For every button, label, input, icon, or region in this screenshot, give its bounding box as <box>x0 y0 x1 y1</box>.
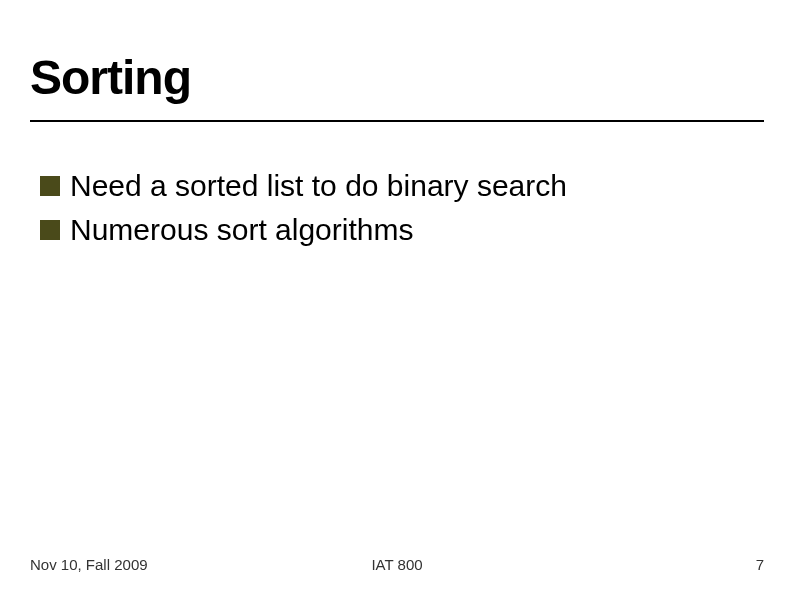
slide-footer: Nov 10, Fall 2009 IAT 800 7 <box>30 556 764 573</box>
bullet-list: Need a sorted list to do binary search N… <box>40 168 567 256</box>
list-item: Numerous sort algorithms <box>40 212 567 248</box>
bullet-text: Need a sorted list to do binary search <box>70 168 567 204</box>
list-item: Need a sorted list to do binary search <box>40 168 567 204</box>
square-bullet-icon <box>40 176 60 196</box>
footer-date: Nov 10, Fall 2009 <box>30 556 275 573</box>
footer-course: IAT 800 <box>275 556 520 573</box>
slide: Sorting Need a sorted list to do binary … <box>0 0 794 595</box>
bullet-text: Numerous sort algorithms <box>70 212 413 248</box>
slide-title: Sorting <box>30 50 191 105</box>
title-underline <box>30 120 764 122</box>
footer-page-number: 7 <box>519 556 764 573</box>
square-bullet-icon <box>40 220 60 240</box>
